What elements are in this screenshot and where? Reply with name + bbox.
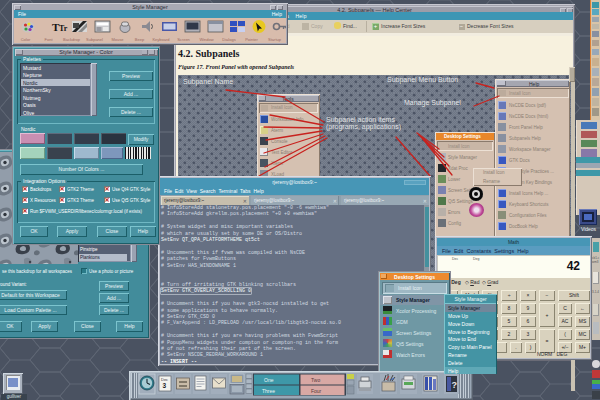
- svg-text:One: One: [264, 377, 274, 383]
- svg-text:Tr: Tr: [59, 24, 68, 33]
- svg-text:3: 3: [163, 382, 167, 389]
- svg-text:Three: Three: [262, 388, 275, 394]
- svg-text:Two: Two: [311, 377, 320, 383]
- svg-text:Four: Four: [311, 388, 322, 394]
- svg-text:?: ?: [452, 380, 458, 390]
